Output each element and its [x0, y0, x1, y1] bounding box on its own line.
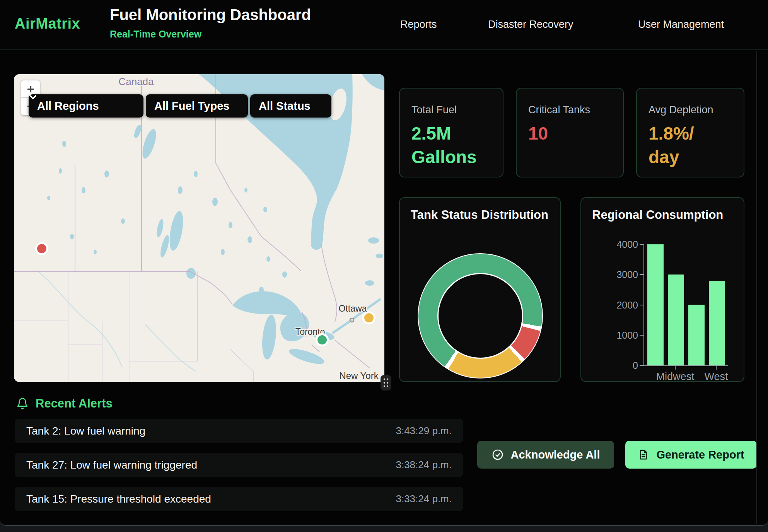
y-tick-mark — [640, 335, 643, 336]
y-tick-mark — [640, 274, 643, 275]
bar-region-3 — [688, 305, 705, 365]
alert-text: Tank 15: Pressure threshold exceeded — [26, 493, 211, 505]
recent-alerts-heading: Recent Alerts — [16, 397, 113, 411]
y-tick-label: 2000 — [596, 299, 638, 310]
page-title: Fuel Monitoring Dashboard — [110, 6, 311, 24]
alert-row[interactable]: Tank 15: Pressure threshold exceeded3:33… — [15, 487, 463, 511]
donut-hole — [437, 273, 523, 359]
chevron-down-icon — [29, 94, 37, 100]
y-tick-label: 1000 — [596, 329, 638, 341]
map-basemap: Canada Ottawa Toronto New York — [14, 74, 384, 382]
bar-Midwest — [668, 275, 684, 365]
alert-timestamp: 3:43:29 p.m. — [396, 425, 452, 437]
stat-card-avg-depletion: Avg Depletion 1.8%/ day — [636, 88, 744, 177]
dashboard-page: AirMatrix Fuel Monitoring Dashboard Real… — [0, 0, 768, 532]
bar-region-1 — [647, 244, 664, 365]
nav-disaster-recovery[interactable]: Disaster Recovery — [488, 18, 573, 31]
map-label-country: Canada — [118, 76, 154, 87]
stat-value: 2.5M Gallons — [411, 122, 477, 169]
alert-list: Tank 2: Low fuel warning3:43:29 p.m.Tank… — [15, 419, 463, 521]
map-marker-warning[interactable] — [362, 311, 375, 324]
right-scroll-rule — [756, 51, 757, 524]
alert-text: Tank 2: Low fuel warning — [26, 425, 145, 437]
acknowledge-all-label: Acknowledge All — [511, 448, 600, 461]
check-circle-icon — [492, 448, 504, 461]
fuel-type-filter-value: All Fuel Types — [154, 100, 229, 113]
region-filter-value: All Regions — [37, 100, 99, 113]
stat-label: Avg Depletion — [649, 104, 713, 116]
header: AirMatrix Fuel Monitoring Dashboard Real… — [0, 0, 768, 50]
y-tick-label: 3000 — [596, 269, 638, 280]
region-filter-select[interactable]: All Regions — [29, 94, 143, 118]
map-town-dot-icon — [352, 320, 353, 321]
status-filter-select[interactable]: All Status — [250, 94, 331, 118]
stat-value: 1.8%/ day — [649, 122, 694, 169]
recent-alerts-title: Recent Alerts — [36, 397, 113, 411]
map-filter-bar: All Regions All Fuel Types All Status — [29, 94, 331, 118]
acknowledge-all-button[interactable]: Acknowledge All — [477, 441, 614, 469]
map-marker-critical[interactable] — [35, 242, 48, 255]
tank-status-card: Tank Status Distribution — [399, 197, 561, 382]
stat-card-total-fuel: Total Fuel 2.5M Gallons — [399, 88, 503, 177]
alert-row[interactable]: Tank 2: Low fuel warning3:43:29 p.m. — [15, 419, 463, 443]
alert-row[interactable]: Tank 27: Low fuel warning triggered3:38:… — [15, 453, 463, 477]
main-panel: AirMatrix Fuel Monitoring Dashboard Real… — [0, 0, 768, 526]
x-tick-label: Midwest — [656, 371, 694, 383]
y-tick-label: 0 — [596, 360, 638, 371]
alert-text: Tank 27: Low fuel warning triggered — [26, 459, 197, 471]
x-tick-mark — [675, 366, 676, 370]
document-icon — [638, 449, 649, 460]
fuel-type-filter-select[interactable]: All Fuel Types — [146, 94, 248, 118]
bell-icon — [16, 397, 29, 410]
alert-timestamp: 3:33:24 p.m. — [396, 493, 452, 505]
chart-title: Regional Consumption — [592, 208, 723, 222]
app-logo: AirMatrix — [15, 15, 80, 32]
donut-chart — [418, 253, 543, 379]
stat-value: 10 — [528, 122, 548, 145]
regional-consumption-card: Regional Consumption 01000200030004000 M… — [580, 197, 744, 382]
status-filter-value: All Status — [259, 100, 311, 113]
map-canvas[interactable]: Canada Ottawa Toronto New York + − All R… — [14, 74, 384, 382]
generate-report-button[interactable]: Generate Report — [625, 441, 757, 469]
y-tick-mark — [640, 365, 643, 366]
map-label-ottawa: Ottawa — [339, 304, 367, 314]
stat-label: Total Fuel — [411, 104, 457, 116]
y-tick-mark — [640, 244, 643, 245]
nav-user-management[interactable]: User Management — [638, 18, 724, 31]
x-tick-mark — [716, 366, 717, 370]
resize-grip-icon[interactable] — [381, 375, 391, 390]
stat-card-critical-tanks: Critical Tanks 10 — [516, 88, 624, 177]
chart-title: Tank Status Distribution — [411, 208, 548, 222]
bar-West — [709, 281, 725, 365]
bar-chart-plot — [643, 244, 728, 366]
x-tick-label: West — [704, 371, 728, 383]
y-tick-mark — [640, 305, 643, 305]
map-label-new-york: New York — [339, 370, 379, 381]
y-tick-label: 4000 — [596, 239, 638, 250]
alert-timestamp: 3:38:24 p.m. — [396, 459, 452, 471]
nav-reports[interactable]: Reports — [400, 18, 437, 31]
stat-label: Critical Tanks — [528, 104, 590, 116]
page-subtitle: Real-Time Overview — [110, 29, 201, 40]
map-marker-normal[interactable] — [316, 333, 329, 346]
generate-report-label: Generate Report — [656, 448, 744, 461]
